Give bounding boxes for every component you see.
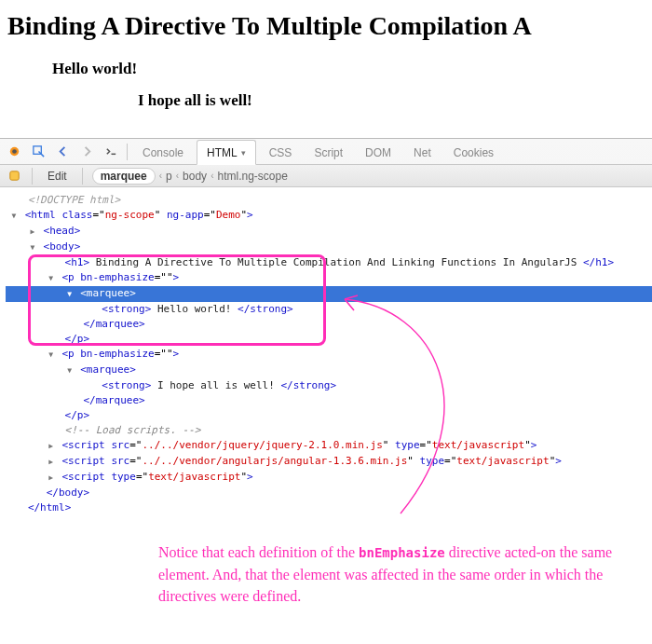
separator (82, 168, 83, 185)
src-h1[interactable]: <h1> Binding A Directive To Multiple Com… (9, 255, 643, 270)
twist-icon[interactable] (28, 240, 37, 255)
tab-html-label: HTML (207, 146, 238, 159)
svg-point-1 (12, 149, 17, 154)
twist-icon[interactable] (9, 208, 19, 224)
src-html-open[interactable]: <html class="ng-scope" ng-app="Demo"> (9, 208, 643, 224)
chevron-left-icon: ‹ (159, 171, 162, 181)
src-html-close[interactable]: </html> (9, 500, 643, 515)
demo-content: Binding A Directive To Multiple Compilat… (0, 0, 652, 138)
src-p1-open[interactable]: <p bn-emphasize=""> (9, 270, 643, 286)
src-head[interactable]: <head> (9, 224, 643, 240)
src-marquee1-close[interactable]: </marquee> (9, 317, 643, 332)
src-script2[interactable]: <script src="../../vendor/angularjs/angu… (9, 454, 643, 470)
tab-console[interactable]: Console (133, 140, 193, 165)
svg-rect-3 (9, 171, 18, 180)
devtools-subbar: Edit marquee ‹ p ‹ body ‹ html.ng-scope (0, 165, 652, 187)
src-strong2[interactable]: <strong> I hope all is well! </strong> (9, 378, 643, 393)
src-body-close[interactable]: </body> (9, 486, 643, 500)
crumb-marquee[interactable]: marquee (92, 168, 156, 185)
breadcrumb: marquee ‹ p ‹ body ‹ html.ng-scope (92, 168, 288, 185)
tab-script[interactable]: Script (305, 140, 352, 165)
edit-button[interactable]: Edit (42, 170, 73, 183)
twist-icon[interactable] (47, 438, 56, 454)
tab-dom[interactable]: DOM (356, 140, 401, 165)
demo-output-1: Hello world! (52, 60, 645, 78)
cmdline-icon[interactable] (101, 142, 121, 162)
devtools-panel: Console HTML▾ CSS Script DOM Net Cookies… (0, 138, 652, 528)
annotation-text: Notice that each definition of the bnEmp… (0, 528, 652, 625)
crumb-html[interactable]: html.ng-scope (217, 170, 287, 183)
src-p1-close[interactable]: </p> (9, 332, 643, 347)
tab-net[interactable]: Net (404, 140, 441, 165)
src-script3[interactable]: <script type="text/javascript"> (9, 470, 643, 486)
inspect-icon[interactable] (28, 142, 48, 162)
nav-back-icon[interactable] (52, 142, 73, 162)
page-title: Binding A Directive To Multiple Compilat… (7, 11, 645, 41)
separator (32, 168, 33, 185)
src-p2-close[interactable]: </p> (9, 408, 643, 423)
chevron-down-icon: ▾ (241, 148, 246, 158)
src-doctype[interactable]: <!DOCTYPE html> (9, 193, 643, 208)
twist-icon[interactable] (65, 363, 75, 378)
nav-forward-icon[interactable] (76, 142, 97, 162)
twist-icon[interactable] (47, 454, 56, 470)
twist-icon[interactable] (65, 286, 75, 302)
crumb-body[interactable]: body (183, 170, 207, 183)
tab-cookies[interactable]: Cookies (444, 140, 503, 165)
html-source-tree[interactable]: <!DOCTYPE html> <html class="ng-scope" n… (0, 187, 652, 528)
tab-html[interactable]: HTML▾ (197, 140, 256, 165)
src-marquee2-open[interactable]: <marquee> (9, 363, 643, 378)
demo-output-2: I hope all is well! (138, 91, 645, 110)
src-p2-open[interactable]: <p bn-emphasize=""> (9, 347, 643, 363)
firebug-icon[interactable] (4, 142, 24, 162)
src-marquee-selected[interactable]: <marquee> (6, 286, 652, 302)
src-body-open[interactable]: <body> (9, 240, 643, 255)
crumb-p[interactable]: p (166, 170, 172, 183)
twist-icon[interactable] (28, 224, 37, 240)
src-comment[interactable]: <!-- Load scripts. --> (9, 423, 643, 438)
devtools-toolbar: Console HTML▾ CSS Script DOM Net Cookies (0, 139, 652, 165)
src-script1[interactable]: <script src="../../vendor/jquery/jquery-… (9, 438, 643, 454)
src-marquee2-close[interactable]: </marquee> (9, 393, 643, 408)
separator (127, 144, 128, 160)
chevron-left-icon: ‹ (211, 171, 213, 181)
src-strong1[interactable]: <strong> Hello world! </strong> (9, 302, 643, 317)
tab-css[interactable]: CSS (260, 140, 302, 165)
break-icon[interactable] (6, 168, 22, 185)
twist-icon[interactable] (47, 270, 56, 286)
twist-icon[interactable] (47, 347, 56, 363)
chevron-left-icon: ‹ (176, 171, 179, 181)
twist-icon[interactable] (47, 470, 56, 486)
